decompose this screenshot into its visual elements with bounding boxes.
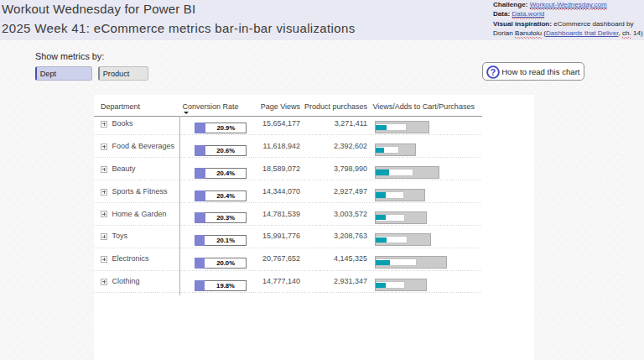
product-button[interactable]: Product (98, 66, 148, 81)
show-metrics-label: Show metrics by: (35, 51, 104, 61)
expand-plus-icon[interactable] (101, 279, 107, 285)
expand-plus-icon[interactable] (101, 233, 107, 240)
table-row[interactable]: Books 20.9% 15,654,177 3,271,411 (94, 113, 482, 136)
page-views-value: 18,589,072 (262, 164, 300, 173)
report-header: Workout Wednesday for Power BI 2025 Week… (0, 0, 644, 40)
spellcheck-squiggle: Data.world (512, 10, 545, 18)
table-row[interactable]: Home & Garden 20.3% 14,781,539 3,003,572 (94, 203, 482, 226)
report-title: Workout Wednesday for Power BI (2, 2, 195, 16)
conversion-rate-value: 20.3% (205, 212, 247, 223)
table-row[interactable]: Sports & Fitness 20.4% 14,344,070 2,927,… (94, 180, 482, 203)
table-row[interactable]: Electronics 20.0% 20,767,652 4,145,325 (94, 248, 482, 271)
conversion-rate-fill (195, 235, 205, 246)
page-views-value: 15,991,776 (262, 232, 300, 240)
conversion-rate-value: 20.0% (205, 258, 246, 269)
department-label: Electronics (112, 254, 149, 263)
author-pre: Dorian (493, 29, 515, 37)
conversion-rate-bar: 20.9% (195, 123, 247, 133)
data-link[interactable]: Data.world (512, 10, 545, 18)
question-mark-circle-icon: ? (486, 65, 500, 79)
challenge-label: Challenge: (493, 1, 527, 8)
challenge-link[interactable]: Workout-Wednesday.com (530, 1, 607, 8)
conversion-rate-bar: 20.3% (195, 212, 247, 223)
chapter-number: 14) (631, 29, 643, 37)
conversion-rate-value: 20.4% (205, 190, 247, 201)
department-label: Books (112, 119, 133, 128)
column-header-views-adds-purchases[interactable]: Views/Adds to Cart/Purchases (373, 102, 475, 111)
chapter-abbrev: ch. (622, 29, 631, 37)
help-button-label: How to read this chart (501, 67, 579, 76)
conversion-rate-fill (195, 280, 205, 291)
expand-plus-icon[interactable] (101, 211, 107, 217)
expand-plus-icon[interactable] (101, 166, 107, 173)
conversion-rate-fill (195, 145, 205, 156)
page-views-value: 14,781,539 (262, 210, 300, 218)
conversion-rate-value: 20.6% (205, 145, 247, 156)
conversion-rate-bar: 20.4% (195, 168, 247, 179)
purchases-bar (376, 215, 386, 220)
column-header-conversion-rate[interactable]: Conversion Rate (183, 102, 239, 111)
conversion-rate-fill (195, 212, 205, 223)
expand-plus-icon[interactable] (101, 256, 107, 263)
table-row[interactable]: Beauty 20.4% 18,589,072 3,798,990 (94, 158, 482, 180)
dept-button[interactable]: Dept (35, 66, 92, 81)
purchases-bar (376, 283, 386, 288)
table-row[interactable]: Food & Beverages 20.6% 11,618,942 2,392,… (94, 135, 482, 158)
purchases-bar (376, 170, 389, 175)
product-button-label: Product (103, 70, 130, 78)
expand-plus-icon[interactable] (101, 121, 107, 128)
product-purchases-value: 4,145,325 (334, 254, 367, 263)
table-row[interactable]: Toys 20.1% 15,991,776 3,208,763 (94, 226, 482, 248)
column-header-product-purchases[interactable]: Product purchases (304, 102, 367, 111)
inspiration-label: Visual inspiration: (493, 20, 552, 28)
department-label: Food & Beverages (112, 142, 175, 150)
conversion-rate-bar: 20.6% (195, 145, 247, 156)
book-link[interactable]: Dashboards that Deliver (546, 29, 618, 37)
conversion-rate-bar: 20.4% (195, 190, 247, 201)
column-header-page-views[interactable]: Page Views (261, 102, 300, 111)
department-label: Beauty (112, 164, 136, 173)
credits-challenge-line: Challenge: Workout-Wednesday.com (493, 0, 643, 9)
page-views-value: 14,777,140 (262, 277, 300, 285)
product-purchases-value: 3,208,763 (334, 232, 367, 240)
credits-block: Challenge: Workout-Wednesday.com Data: D… (493, 0, 643, 38)
report-subtitle: 2025 Week 41: eCommerce metrics bar-in-b… (2, 21, 356, 35)
row-separator (94, 292, 482, 293)
credits-data-line: Data: Data.world (493, 9, 643, 18)
question-glyph: ? (491, 67, 496, 77)
inspiration-text: eCommerce dashboard by (553, 20, 633, 28)
expand-plus-icon[interactable] (101, 189, 107, 196)
purchases-bar (376, 148, 384, 153)
credits-inspiration-line: Visual inspiration: eCommerce dashboard … (493, 19, 643, 29)
purchases-bar (376, 192, 386, 197)
conversion-rate-bar: 20.0% (195, 258, 247, 269)
credits-author-line: Dorian Banutoiu (Dashboards that Deliver… (493, 29, 643, 38)
department-label: Toys (112, 232, 128, 240)
conversion-rate-fill (195, 258, 205, 269)
department-label: Sports & Fitness (112, 187, 168, 196)
column-header-department[interactable]: Department (101, 102, 140, 111)
conversion-rate-fill (195, 168, 205, 179)
product-purchases-value: 3,798,990 (334, 164, 367, 173)
purchases-bar (376, 237, 387, 243)
report-canvas: Workout Wednesday for Power BI 2025 Week… (0, 0, 644, 360)
page-views-value: 11,618,942 (263, 142, 300, 150)
matrix-visual: Department Conversion Rate Page Views Pr… (94, 95, 534, 360)
table-row[interactable]: Clothing 19.8% 14,777,140 2,931,347 (94, 271, 482, 294)
purchases-bar (376, 260, 390, 265)
page-views-value: 15,654,177 (262, 119, 300, 128)
conversion-rate-bar: 19.8% (195, 280, 247, 291)
department-label: Home & Garden (112, 210, 167, 218)
product-purchases-value: 3,271,411 (335, 119, 367, 128)
conversion-rate-bar: 20.1% (195, 235, 247, 246)
spellcheck-squiggle: Workout-Wednesday.com (530, 1, 607, 8)
data-label: Data: (493, 10, 510, 18)
conversion-rate-value: 20.9% (205, 123, 247, 133)
dept-button-label: Dept (40, 70, 56, 78)
author-name: Banutoiu (515, 29, 542, 37)
product-purchases-value: 2,392,602 (334, 142, 367, 150)
product-purchases-value: 3,003,572 (334, 210, 367, 218)
help-button[interactable]: ? How to read this chart (482, 62, 584, 81)
product-purchases-value: 2,931,347 (334, 277, 367, 285)
expand-plus-icon[interactable] (101, 143, 107, 150)
